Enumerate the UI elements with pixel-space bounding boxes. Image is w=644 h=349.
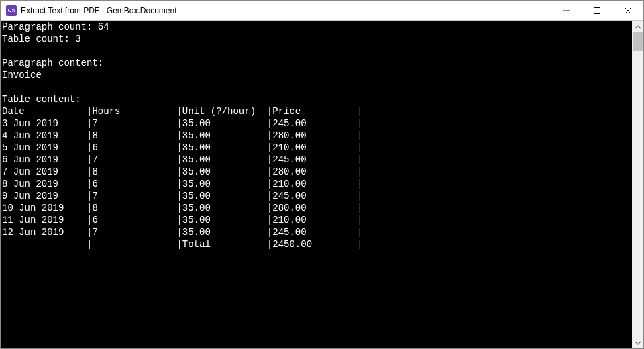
app-icon: C:\ — [6, 5, 17, 16]
chevron-up-icon — [635, 25, 641, 29]
scroll-thumb[interactable] — [633, 32, 643, 51]
scroll-track[interactable] — [632, 32, 643, 337]
vertical-scrollbar[interactable] — [632, 21, 643, 348]
console-output: Paragraph count: 64 Table count: 3 Parag… — [1, 21, 632, 348]
minimize-icon — [563, 7, 570, 14]
chevron-down-icon — [635, 341, 641, 345]
scroll-down-button[interactable] — [632, 337, 643, 348]
maximize-button[interactable] — [582, 1, 612, 21]
maximize-icon — [594, 7, 600, 14]
app-window: C:\ Extract Text from PDF - GemBox.Docum… — [0, 0, 644, 349]
client-area: Paragraph count: 64 Table count: 3 Parag… — [1, 21, 643, 348]
title-bar[interactable]: C:\ Extract Text from PDF - GemBox.Docum… — [1, 1, 643, 21]
scroll-up-button[interactable] — [632, 21, 643, 32]
minimize-button[interactable] — [551, 1, 582, 21]
close-button[interactable] — [612, 1, 643, 21]
svg-rect-0 — [594, 7, 600, 13]
window-title: Extract Text from PDF - GemBox.Document — [21, 6, 177, 15]
close-icon — [625, 7, 631, 14]
